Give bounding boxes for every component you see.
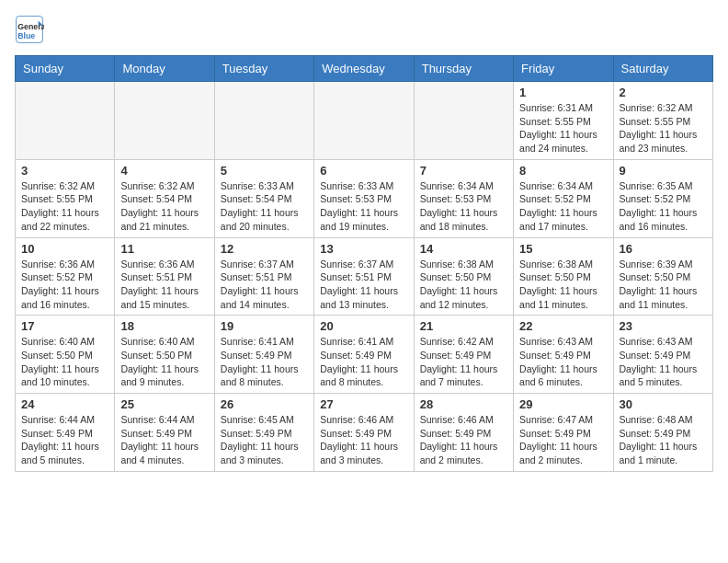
week-row-4: 17Sunrise: 6:40 AM Sunset: 5:50 PM Dayli… <box>16 316 713 394</box>
day-cell: 1Sunrise: 6:31 AM Sunset: 5:55 PM Daylig… <box>514 82 613 160</box>
day-number: 8 <box>519 164 607 178</box>
day-number: 16 <box>620 242 707 256</box>
day-cell: 29Sunrise: 6:47 AM Sunset: 5:49 PM Dayli… <box>514 394 613 472</box>
weekday-header-row: SundayMondayTuesdayWednesdayThursdayFrid… <box>16 56 713 82</box>
day-cell: 18Sunrise: 6:40 AM Sunset: 5:50 PM Dayli… <box>115 316 214 394</box>
day-cell: 21Sunrise: 6:42 AM Sunset: 5:49 PM Dayli… <box>414 316 513 394</box>
day-info: Sunrise: 6:40 AM Sunset: 5:50 PM Dayligh… <box>120 335 208 389</box>
day-number: 2 <box>620 86 707 99</box>
day-cell: 22Sunrise: 6:43 AM Sunset: 5:49 PM Dayli… <box>514 316 613 394</box>
day-info: Sunrise: 6:32 AM Sunset: 5:55 PM Dayligh… <box>21 179 108 234</box>
day-info: Sunrise: 6:36 AM Sunset: 5:51 PM Dayligh… <box>120 258 208 312</box>
day-cell: 26Sunrise: 6:45 AM Sunset: 5:49 PM Dayli… <box>214 394 313 472</box>
day-info: Sunrise: 6:32 AM Sunset: 5:55 PM Dayligh… <box>620 101 707 155</box>
day-info: Sunrise: 6:41 AM Sunset: 5:49 PM Dayligh… <box>320 335 407 389</box>
day-cell: 20Sunrise: 6:41 AM Sunset: 5:49 PM Dayli… <box>314 316 414 394</box>
day-info: Sunrise: 6:37 AM Sunset: 5:51 PM Dayligh… <box>320 258 407 312</box>
day-info: Sunrise: 6:46 AM Sunset: 5:49 PM Dayligh… <box>420 413 507 467</box>
header: General Blue <box>15 15 713 44</box>
weekday-header-saturday: Saturday <box>613 56 712 82</box>
week-row-1: 1Sunrise: 6:31 AM Sunset: 5:55 PM Daylig… <box>16 82 713 160</box>
day-number: 4 <box>120 164 208 178</box>
day-info: Sunrise: 6:33 AM Sunset: 5:54 PM Dayligh… <box>221 179 308 234</box>
day-info: Sunrise: 6:48 AM Sunset: 5:49 PM Dayligh… <box>620 413 707 467</box>
day-number: 20 <box>320 319 407 333</box>
day-cell: 14Sunrise: 6:38 AM Sunset: 5:50 PM Dayli… <box>414 237 513 316</box>
day-cell: 30Sunrise: 6:48 AM Sunset: 5:49 PM Dayli… <box>613 394 712 472</box>
day-number: 13 <box>320 242 407 256</box>
day-cell: 10Sunrise: 6:36 AM Sunset: 5:52 PM Dayli… <box>16 237 115 316</box>
day-info: Sunrise: 6:44 AM Sunset: 5:49 PM Dayligh… <box>120 413 208 467</box>
day-cell: 5Sunrise: 6:33 AM Sunset: 5:54 PM Daylig… <box>214 159 313 237</box>
day-number: 18 <box>120 319 208 333</box>
day-info: Sunrise: 6:35 AM Sunset: 5:52 PM Dayligh… <box>620 179 707 234</box>
day-cell: 25Sunrise: 6:44 AM Sunset: 5:49 PM Dayli… <box>115 394 214 472</box>
day-number: 3 <box>21 164 108 178</box>
logo: General Blue <box>15 15 48 44</box>
day-number: 12 <box>221 242 308 256</box>
day-number: 28 <box>420 397 507 411</box>
day-number: 7 <box>420 164 507 178</box>
day-info: Sunrise: 6:39 AM Sunset: 5:50 PM Dayligh… <box>620 258 707 312</box>
week-row-5: 24Sunrise: 6:44 AM Sunset: 5:49 PM Dayli… <box>16 394 713 472</box>
day-info: Sunrise: 6:43 AM Sunset: 5:49 PM Dayligh… <box>519 335 607 389</box>
day-cell: 15Sunrise: 6:38 AM Sunset: 5:50 PM Dayli… <box>514 237 613 316</box>
day-number: 21 <box>420 319 507 333</box>
day-cell: 13Sunrise: 6:37 AM Sunset: 5:51 PM Dayli… <box>314 237 414 316</box>
day-info: Sunrise: 6:37 AM Sunset: 5:51 PM Dayligh… <box>221 258 308 312</box>
svg-text:Blue: Blue <box>17 31 35 40</box>
day-info: Sunrise: 6:46 AM Sunset: 5:49 PM Dayligh… <box>320 413 407 467</box>
week-row-3: 10Sunrise: 6:36 AM Sunset: 5:52 PM Dayli… <box>16 237 713 316</box>
weekday-header-wednesday: Wednesday <box>314 56 414 82</box>
weekday-header-friday: Friday <box>514 56 613 82</box>
day-number: 24 <box>21 397 108 411</box>
day-cell: 12Sunrise: 6:37 AM Sunset: 5:51 PM Dayli… <box>214 237 313 316</box>
day-number: 30 <box>620 397 707 411</box>
day-info: Sunrise: 6:43 AM Sunset: 5:49 PM Dayligh… <box>620 335 707 389</box>
day-cell: 9Sunrise: 6:35 AM Sunset: 5:52 PM Daylig… <box>613 159 712 237</box>
day-info: Sunrise: 6:38 AM Sunset: 5:50 PM Dayligh… <box>519 258 607 312</box>
day-number: 19 <box>221 319 308 333</box>
day-cell <box>115 82 214 160</box>
day-cell <box>214 82 313 160</box>
day-cell: 27Sunrise: 6:46 AM Sunset: 5:49 PM Dayli… <box>314 394 414 472</box>
weekday-header-sunday: Sunday <box>16 56 115 82</box>
day-number: 10 <box>21 242 108 256</box>
day-cell: 2Sunrise: 6:32 AM Sunset: 5:55 PM Daylig… <box>613 82 712 160</box>
day-number: 27 <box>320 397 407 411</box>
day-info: Sunrise: 6:40 AM Sunset: 5:50 PM Dayligh… <box>21 335 108 389</box>
logo-icon: General Blue <box>15 15 44 44</box>
calendar: SundayMondayTuesdayWednesdayThursdayFrid… <box>15 55 713 472</box>
day-number: 11 <box>120 242 208 256</box>
day-number: 9 <box>620 164 707 178</box>
day-number: 17 <box>21 319 108 333</box>
day-cell: 24Sunrise: 6:44 AM Sunset: 5:49 PM Dayli… <box>16 394 115 472</box>
day-number: 1 <box>519 86 607 99</box>
day-cell <box>414 82 513 160</box>
day-number: 26 <box>221 397 308 411</box>
day-info: Sunrise: 6:34 AM Sunset: 5:52 PM Dayligh… <box>519 179 607 234</box>
day-info: Sunrise: 6:32 AM Sunset: 5:54 PM Dayligh… <box>120 179 208 234</box>
day-cell: 4Sunrise: 6:32 AM Sunset: 5:54 PM Daylig… <box>115 159 214 237</box>
day-number: 22 <box>519 319 607 333</box>
day-cell: 8Sunrise: 6:34 AM Sunset: 5:52 PM Daylig… <box>514 159 613 237</box>
day-cell: 11Sunrise: 6:36 AM Sunset: 5:51 PM Dayli… <box>115 237 214 316</box>
weekday-header-tuesday: Tuesday <box>214 56 313 82</box>
day-info: Sunrise: 6:33 AM Sunset: 5:53 PM Dayligh… <box>320 179 407 234</box>
day-cell: 7Sunrise: 6:34 AM Sunset: 5:53 PM Daylig… <box>414 159 513 237</box>
day-cell: 28Sunrise: 6:46 AM Sunset: 5:49 PM Dayli… <box>414 394 513 472</box>
day-info: Sunrise: 6:42 AM Sunset: 5:49 PM Dayligh… <box>420 335 507 389</box>
weekday-header-thursday: Thursday <box>414 56 513 82</box>
day-number: 14 <box>420 242 507 256</box>
day-info: Sunrise: 6:41 AM Sunset: 5:49 PM Dayligh… <box>221 335 308 389</box>
week-row-2: 3Sunrise: 6:32 AM Sunset: 5:55 PM Daylig… <box>16 159 713 237</box>
day-cell: 23Sunrise: 6:43 AM Sunset: 5:49 PM Dayli… <box>613 316 712 394</box>
weekday-header-monday: Monday <box>115 56 214 82</box>
day-cell: 6Sunrise: 6:33 AM Sunset: 5:53 PM Daylig… <box>314 159 414 237</box>
day-info: Sunrise: 6:38 AM Sunset: 5:50 PM Dayligh… <box>420 258 507 312</box>
day-cell: 3Sunrise: 6:32 AM Sunset: 5:55 PM Daylig… <box>16 159 115 237</box>
day-cell <box>16 82 115 160</box>
day-info: Sunrise: 6:31 AM Sunset: 5:55 PM Dayligh… <box>519 101 607 155</box>
day-number: 5 <box>221 164 308 178</box>
day-cell: 17Sunrise: 6:40 AM Sunset: 5:50 PM Dayli… <box>16 316 115 394</box>
